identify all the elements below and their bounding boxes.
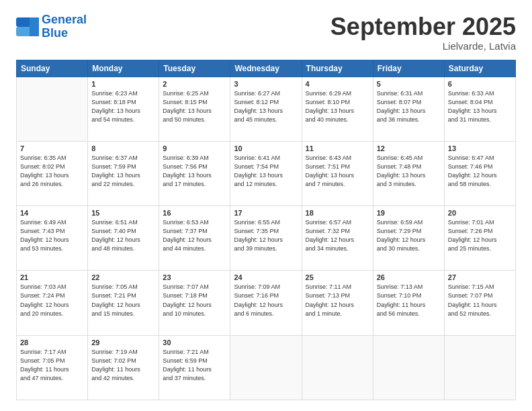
day-number: 2 (163, 80, 226, 88)
logo-icon (16, 17, 39, 36)
day-info: Sunrise: 6:39 AM Sunset: 7:56 PM Dayligh… (163, 154, 226, 189)
logo-line2: Blue (42, 26, 68, 40)
day-info: Sunrise: 6:55 AM Sunset: 7:35 PM Dayligh… (234, 218, 298, 253)
header-day-thursday: Thursday (302, 60, 373, 77)
day-info: Sunrise: 6:49 AM Sunset: 7:43 PM Dayligh… (20, 218, 84, 253)
calendar-cell: 10Sunrise: 6:41 AM Sunset: 7:54 PM Dayli… (230, 141, 302, 205)
header-day-sunday: Sunday (17, 60, 88, 77)
calendar-cell: 25Sunrise: 7:11 AM Sunset: 7:13 PM Dayli… (302, 271, 373, 335)
day-number: 16 (163, 209, 226, 217)
day-info: Sunrise: 6:33 AM Sunset: 8:04 PM Dayligh… (448, 89, 512, 124)
day-number: 5 (377, 80, 441, 88)
day-number: 3 (234, 80, 298, 88)
calendar-cell: 12Sunrise: 6:45 AM Sunset: 7:48 PM Dayli… (373, 141, 444, 205)
day-info: Sunrise: 6:27 AM Sunset: 8:12 PM Dayligh… (234, 89, 298, 124)
calendar-cell: 26Sunrise: 7:13 AM Sunset: 7:10 PM Dayli… (373, 271, 444, 335)
day-number: 28 (20, 338, 84, 347)
calendar-week-1: 7Sunrise: 6:35 AM Sunset: 8:02 PM Daylig… (17, 141, 516, 205)
calendar-cell: 18Sunrise: 6:57 AM Sunset: 7:32 PM Dayli… (302, 206, 373, 271)
location: Lielvarde, Latvia (330, 40, 516, 52)
calendar-cell: 23Sunrise: 7:07 AM Sunset: 7:18 PM Dayli… (159, 271, 230, 335)
calendar-cell: 20Sunrise: 7:01 AM Sunset: 7:26 PM Dayli… (444, 206, 515, 271)
day-number: 29 (91, 338, 155, 347)
logo-line1: General (42, 13, 87, 26)
day-info: Sunrise: 7:07 AM Sunset: 7:18 PM Dayligh… (163, 283, 226, 318)
day-number: 7 (20, 144, 84, 152)
calendar-week-0: 1Sunrise: 6:23 AM Sunset: 8:18 PM Daylig… (17, 77, 516, 141)
calendar-cell: 11Sunrise: 6:43 AM Sunset: 7:51 PM Dayli… (302, 141, 373, 205)
day-info: Sunrise: 6:47 AM Sunset: 7:46 PM Dayligh… (448, 154, 512, 189)
header-day-monday: Monday (88, 60, 159, 77)
calendar-cell (230, 335, 302, 400)
day-number: 4 (306, 80, 369, 88)
day-info: Sunrise: 6:31 AM Sunset: 8:07 PM Dayligh… (377, 89, 441, 124)
calendar-cell: 19Sunrise: 6:59 AM Sunset: 7:29 PM Dayli… (373, 206, 444, 271)
day-number: 14 (20, 209, 84, 217)
calendar-cell: 14Sunrise: 6:49 AM Sunset: 7:43 PM Dayli… (17, 206, 88, 271)
day-number: 27 (448, 273, 512, 281)
day-info: Sunrise: 7:09 AM Sunset: 7:16 PM Dayligh… (234, 283, 298, 318)
calendar-cell: 17Sunrise: 6:55 AM Sunset: 7:35 PM Dayli… (230, 206, 302, 271)
day-info: Sunrise: 6:37 AM Sunset: 7:59 PM Dayligh… (91, 154, 155, 189)
day-number: 30 (163, 338, 226, 347)
day-info: Sunrise: 7:13 AM Sunset: 7:10 PM Dayligh… (377, 283, 441, 318)
logo: General Blue (16, 13, 87, 40)
day-number: 12 (377, 144, 441, 152)
calendar-cell: 2Sunrise: 6:25 AM Sunset: 8:15 PM Daylig… (159, 77, 230, 141)
day-info: Sunrise: 6:35 AM Sunset: 8:02 PM Dayligh… (20, 154, 84, 189)
day-info: Sunrise: 7:03 AM Sunset: 7:24 PM Dayligh… (20, 283, 84, 318)
calendar-cell: 28Sunrise: 7:17 AM Sunset: 7:05 PM Dayli… (17, 335, 88, 400)
calendar-cell (373, 335, 444, 400)
day-number: 18 (306, 209, 369, 217)
day-number: 1 (91, 80, 155, 88)
day-number: 8 (91, 144, 155, 152)
day-info: Sunrise: 7:01 AM Sunset: 7:26 PM Dayligh… (448, 218, 512, 253)
day-info: Sunrise: 7:21 AM Sunset: 6:59 PM Dayligh… (163, 348, 226, 383)
header-day-wednesday: Wednesday (230, 60, 302, 77)
title-block: September 2025 Lielvarde, Latvia (330, 13, 516, 52)
day-info: Sunrise: 6:29 AM Sunset: 8:10 PM Dayligh… (306, 89, 369, 124)
day-info: Sunrise: 7:05 AM Sunset: 7:21 PM Dayligh… (91, 283, 155, 318)
calendar-cell: 15Sunrise: 6:51 AM Sunset: 7:40 PM Dayli… (88, 206, 159, 271)
calendar-cell: 7Sunrise: 6:35 AM Sunset: 8:02 PM Daylig… (17, 141, 88, 205)
day-number: 10 (234, 144, 298, 152)
page-header: General Blue September 2025 Lielvarde, L… (16, 13, 516, 52)
day-info: Sunrise: 6:53 AM Sunset: 7:37 PM Dayligh… (163, 218, 226, 253)
day-info: Sunrise: 6:25 AM Sunset: 8:15 PM Dayligh… (163, 89, 226, 124)
calendar-week-2: 14Sunrise: 6:49 AM Sunset: 7:43 PM Dayli… (17, 206, 516, 271)
header-day-friday: Friday (373, 60, 444, 77)
calendar-cell: 8Sunrise: 6:37 AM Sunset: 7:59 PM Daylig… (88, 141, 159, 205)
calendar-cell: 24Sunrise: 7:09 AM Sunset: 7:16 PM Dayli… (230, 271, 302, 335)
calendar-cell: 27Sunrise: 7:15 AM Sunset: 7:07 PM Dayli… (444, 271, 515, 335)
day-number: 24 (234, 273, 298, 281)
calendar-cell: 4Sunrise: 6:29 AM Sunset: 8:10 PM Daylig… (302, 77, 373, 141)
day-info: Sunrise: 7:19 AM Sunset: 7:02 PM Dayligh… (91, 348, 155, 383)
calendar-cell: 6Sunrise: 6:33 AM Sunset: 8:04 PM Daylig… (444, 77, 515, 141)
day-number: 6 (448, 80, 512, 88)
calendar-cell (302, 335, 373, 400)
day-number: 26 (377, 273, 441, 281)
logo-text: General Blue (42, 13, 87, 40)
day-number: 23 (163, 273, 226, 281)
calendar-cell (17, 77, 88, 141)
calendar-week-3: 21Sunrise: 7:03 AM Sunset: 7:24 PM Dayli… (17, 271, 516, 335)
calendar-cell: 13Sunrise: 6:47 AM Sunset: 7:46 PM Dayli… (444, 141, 515, 205)
day-info: Sunrise: 7:11 AM Sunset: 7:13 PM Dayligh… (306, 283, 369, 318)
day-info: Sunrise: 6:43 AM Sunset: 7:51 PM Dayligh… (306, 154, 369, 189)
calendar-cell: 16Sunrise: 6:53 AM Sunset: 7:37 PM Dayli… (159, 206, 230, 271)
day-number: 13 (448, 144, 512, 152)
calendar-week-4: 28Sunrise: 7:17 AM Sunset: 7:05 PM Dayli… (17, 335, 516, 400)
calendar-cell: 29Sunrise: 7:19 AM Sunset: 7:02 PM Dayli… (88, 335, 159, 400)
day-number: 19 (377, 209, 441, 217)
calendar-cell: 9Sunrise: 6:39 AM Sunset: 7:56 PM Daylig… (159, 141, 230, 205)
calendar-cell: 22Sunrise: 7:05 AM Sunset: 7:21 PM Dayli… (88, 271, 159, 335)
day-info: Sunrise: 6:41 AM Sunset: 7:54 PM Dayligh… (234, 154, 298, 189)
day-number: 25 (306, 273, 369, 281)
calendar-cell: 1Sunrise: 6:23 AM Sunset: 8:18 PM Daylig… (88, 77, 159, 141)
day-info: Sunrise: 6:45 AM Sunset: 7:48 PM Dayligh… (377, 154, 441, 189)
calendar-cell (444, 335, 515, 400)
calendar-table: SundayMondayTuesdayWednesdayThursdayFrid… (16, 60, 516, 400)
day-number: 20 (448, 209, 512, 217)
calendar-cell: 30Sunrise: 7:21 AM Sunset: 6:59 PM Dayli… (159, 335, 230, 400)
month-title: September 2025 (330, 13, 516, 40)
